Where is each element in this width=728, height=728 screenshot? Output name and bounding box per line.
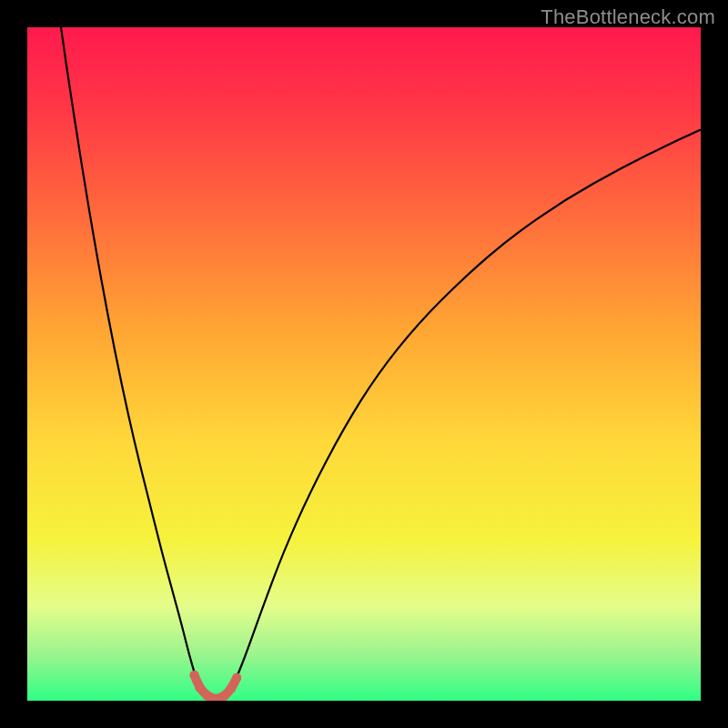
marker-dot [220,692,229,701]
chart-plot-area [27,27,701,701]
marker-dot [227,684,236,693]
watermark-text: TheBottleneck.com [541,5,715,29]
chart-background [27,27,701,701]
marker-dot [190,671,199,680]
chart-svg [27,27,701,701]
marker-dot [232,673,241,682]
marker-dot [203,692,212,701]
marker-dot [195,683,204,693]
frame: TheBottleneck.com [0,0,728,728]
